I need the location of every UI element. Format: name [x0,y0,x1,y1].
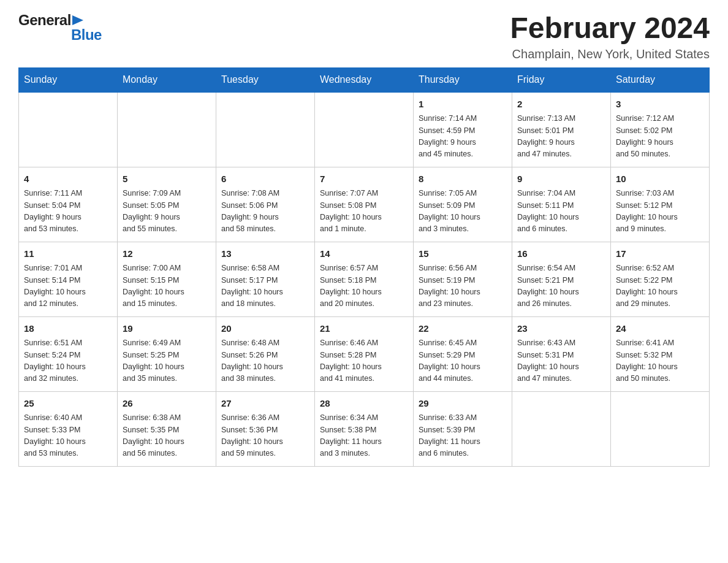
day-info: Sunrise: 6:46 AMSunset: 5:28 PMDaylight:… [320,337,408,385]
calendar-cell: 5Sunrise: 7:09 AMSunset: 5:05 PMDaylight… [118,167,216,242]
day-info: Sunrise: 7:03 AMSunset: 5:12 PMDaylight:… [616,188,704,236]
day-number: 25 [24,397,112,411]
day-number: 17 [616,247,704,261]
day-number: 22 [419,322,507,336]
calendar-cell: 1Sunrise: 7:14 AMSunset: 4:59 PMDaylight… [414,92,512,167]
day-number: 21 [320,322,408,336]
weekday-header-tuesday: Tuesday [216,67,315,92]
calendar-cell: 7Sunrise: 7:07 AMSunset: 5:08 PMDaylight… [315,167,414,242]
day-number: 1 [419,98,507,112]
calendar-cell: 23Sunrise: 6:43 AMSunset: 5:31 PMDayligh… [512,316,611,391]
day-number: 16 [517,247,605,261]
day-number: 6 [221,172,309,186]
day-info: Sunrise: 7:01 AMSunset: 5:14 PMDaylight:… [24,262,112,310]
location-subtitle: Champlain, New York, United States [510,47,710,61]
calendar-cell [118,92,216,167]
calendar-week-row: 25Sunrise: 6:40 AMSunset: 5:33 PMDayligh… [19,391,710,466]
day-info: Sunrise: 6:36 AMSunset: 5:36 PMDaylight:… [221,412,309,460]
calendar-week-row: 4Sunrise: 7:11 AMSunset: 5:04 PMDaylight… [19,167,710,242]
day-info: Sunrise: 7:07 AMSunset: 5:08 PMDaylight:… [320,188,408,236]
calendar-cell: 2Sunrise: 7:13 AMSunset: 5:01 PMDaylight… [512,92,611,167]
calendar-cell: 27Sunrise: 6:36 AMSunset: 5:36 PMDayligh… [216,391,315,466]
calendar-cell: 8Sunrise: 7:05 AMSunset: 5:09 PMDaylight… [414,167,512,242]
day-info: Sunrise: 6:54 AMSunset: 5:21 PMDaylight:… [517,262,605,310]
day-info: Sunrise: 7:05 AMSunset: 5:09 PMDaylight:… [419,188,507,236]
calendar-cell: 17Sunrise: 6:52 AMSunset: 5:22 PMDayligh… [611,242,710,316]
logo: General General Blue [18,12,102,44]
day-number: 5 [123,172,211,186]
day-info: Sunrise: 6:33 AMSunset: 5:39 PMDaylight:… [419,412,507,460]
day-info: Sunrise: 7:09 AMSunset: 5:05 PMDaylight:… [123,188,211,236]
day-number: 18 [24,322,112,336]
day-number: 27 [221,397,309,411]
day-number: 9 [517,172,605,186]
day-info: Sunrise: 6:49 AMSunset: 5:25 PMDaylight:… [123,337,211,385]
calendar-cell: 10Sunrise: 7:03 AMSunset: 5:12 PMDayligh… [611,167,710,242]
day-info: Sunrise: 6:43 AMSunset: 5:31 PMDaylight:… [517,337,605,385]
calendar-week-row: 11Sunrise: 7:01 AMSunset: 5:14 PMDayligh… [19,242,710,316]
weekday-header-monday: Monday [118,67,216,92]
day-info: Sunrise: 7:12 AMSunset: 5:02 PMDaylight:… [616,113,704,161]
calendar-table: SundayMondayTuesdayWednesdayThursdayFrid… [18,67,710,467]
day-info: Sunrise: 6:52 AMSunset: 5:22 PMDaylight:… [616,262,704,310]
calendar-cell: 29Sunrise: 6:33 AMSunset: 5:39 PMDayligh… [414,391,512,466]
calendar-cell: 3Sunrise: 7:12 AMSunset: 5:02 PMDaylight… [611,92,710,167]
day-info: Sunrise: 7:13 AMSunset: 5:01 PMDaylight:… [517,113,605,161]
day-number: 8 [419,172,507,186]
calendar-cell: 20Sunrise: 6:48 AMSunset: 5:26 PMDayligh… [216,316,315,391]
day-info: Sunrise: 6:40 AMSunset: 5:33 PMDaylight:… [24,412,112,460]
day-number: 12 [123,247,211,261]
day-number: 7 [320,172,408,186]
calendar-cell: 25Sunrise: 6:40 AMSunset: 5:33 PMDayligh… [19,391,118,466]
calendar-cell: 16Sunrise: 6:54 AMSunset: 5:21 PMDayligh… [512,242,611,316]
calendar-week-row: 1Sunrise: 7:14 AMSunset: 4:59 PMDaylight… [19,92,710,167]
day-info: Sunrise: 6:56 AMSunset: 5:19 PMDaylight:… [419,262,507,310]
weekday-header-thursday: Thursday [414,67,512,92]
day-info: Sunrise: 6:45 AMSunset: 5:29 PMDaylight:… [419,337,507,385]
weekday-header-friday: Friday [512,67,611,92]
day-number: 19 [123,322,211,336]
day-info: Sunrise: 7:11 AMSunset: 5:04 PMDaylight:… [24,188,112,236]
day-number: 29 [419,397,507,411]
day-info: Sunrise: 6:38 AMSunset: 5:35 PMDaylight:… [123,412,211,460]
day-number: 28 [320,397,408,411]
day-info: Sunrise: 6:57 AMSunset: 5:18 PMDaylight:… [320,262,408,310]
title-block: February 2024 Champlain, New York, Unite… [510,12,710,61]
calendar-cell [315,92,414,167]
logo-general-text: General [18,12,71,28]
calendar-cell: 14Sunrise: 6:57 AMSunset: 5:18 PMDayligh… [315,242,414,316]
day-number: 4 [24,172,112,186]
day-info: Sunrise: 6:58 AMSunset: 5:17 PMDaylight:… [221,262,309,310]
weekday-header-saturday: Saturday [611,67,710,92]
calendar-cell [19,92,118,167]
calendar-cell [216,92,315,167]
calendar-cell: 22Sunrise: 6:45 AMSunset: 5:29 PMDayligh… [414,316,512,391]
calendar-cell: 26Sunrise: 6:38 AMSunset: 5:35 PMDayligh… [118,391,216,466]
day-number: 24 [616,322,704,336]
calendar-cell [512,391,611,466]
calendar-week-row: 18Sunrise: 6:51 AMSunset: 5:24 PMDayligh… [19,316,710,391]
calendar-cell: 18Sunrise: 6:51 AMSunset: 5:24 PMDayligh… [19,316,118,391]
calendar-cell: 9Sunrise: 7:04 AMSunset: 5:11 PMDaylight… [512,167,611,242]
day-info: Sunrise: 7:00 AMSunset: 5:15 PMDaylight:… [123,262,211,310]
day-number: 23 [517,322,605,336]
month-title: February 2024 [510,12,710,45]
day-number: 26 [123,397,211,411]
calendar-cell: 24Sunrise: 6:41 AMSunset: 5:32 PMDayligh… [611,316,710,391]
calendar-cell: 15Sunrise: 6:56 AMSunset: 5:19 PMDayligh… [414,242,512,316]
calendar-cell: 28Sunrise: 6:34 AMSunset: 5:38 PMDayligh… [315,391,414,466]
day-info: Sunrise: 7:08 AMSunset: 5:06 PMDaylight:… [221,188,309,236]
day-info: Sunrise: 7:14 AMSunset: 4:59 PMDaylight:… [419,113,507,161]
calendar-cell [611,391,710,466]
logo-blue-text: Blue [71,27,102,43]
weekday-header-wednesday: Wednesday [315,67,414,92]
day-number: 10 [616,172,704,186]
day-number: 3 [616,98,704,112]
calendar-cell: 12Sunrise: 7:00 AMSunset: 5:15 PMDayligh… [118,242,216,316]
day-number: 13 [221,247,309,261]
svg-marker-0 [72,15,83,25]
calendar-cell: 11Sunrise: 7:01 AMSunset: 5:14 PMDayligh… [19,242,118,316]
day-number: 11 [24,247,112,261]
calendar-cell: 6Sunrise: 7:08 AMSunset: 5:06 PMDaylight… [216,167,315,242]
page-header: General General Blue February 2024 Champ… [18,12,710,61]
